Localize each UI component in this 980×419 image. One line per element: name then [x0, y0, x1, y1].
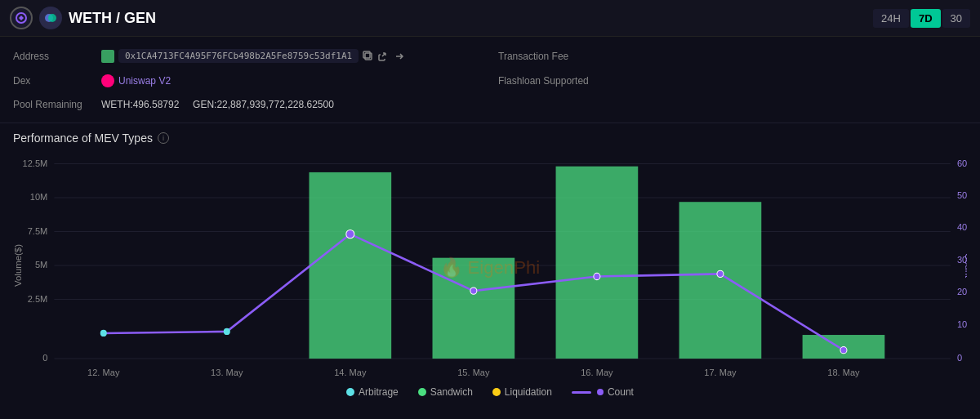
- uniswap-icon: [101, 74, 114, 87]
- svg-point-2: [48, 14, 56, 22]
- copy-icon[interactable]: [363, 51, 374, 62]
- svg-text:18. May: 18. May: [827, 368, 860, 377]
- header: WETH / GEN 24H 7D 30: [0, 0, 980, 37]
- tx-fee-row: Transaction Fee: [498, 45, 967, 67]
- pool-label: Pool Remaining: [13, 99, 95, 110]
- svg-text:10M: 10M: [30, 192, 48, 202]
- bar-17may: [679, 202, 762, 359]
- legend-label-sandwich: Sandwich: [430, 386, 473, 398]
- svg-text:7.5M: 7.5M: [28, 225, 48, 235]
- legend-dot-sandwich: [418, 388, 426, 396]
- svg-rect-3: [365, 53, 372, 60]
- dot-13may: [224, 328, 230, 335]
- flashloan-row: Flashloan Supported: [498, 70, 967, 91]
- svg-text:12. May: 12. May: [87, 368, 120, 377]
- svg-text:15. May: 15. May: [457, 368, 490, 377]
- dot-17may: [717, 270, 724, 277]
- dot-15may: [470, 288, 477, 294]
- watermark: 🔥 EigenPhi: [440, 256, 540, 279]
- legend-label-arbitrage: Arbitrage: [359, 386, 399, 398]
- svg-text:100: 100: [957, 319, 967, 329]
- svg-text:200: 200: [957, 287, 967, 296]
- legend-dot-count: [597, 389, 604, 395]
- chart-info-icon[interactable]: i: [158, 132, 169, 144]
- dex-row: Dex Uniswap V2: [13, 70, 482, 91]
- header-left: WETH / GEN: [10, 7, 156, 29]
- tx-fee-label: Transaction Fee: [498, 51, 568, 62]
- time-btn-7d[interactable]: 7D: [911, 9, 941, 28]
- address-value: 0x1CA4713FC4A95F76FCb498b2A5Fe8759c53df1…: [101, 49, 405, 63]
- dot-12may: [100, 330, 107, 337]
- pool-values: WETH:496.58792 GEN:22,887,939,772,228.62…: [101, 99, 334, 110]
- dex-value: Uniswap V2: [101, 74, 171, 87]
- svg-text:500: 500: [957, 190, 967, 200]
- dex-label: Dex: [13, 75, 95, 87]
- chart-container: 12.5M 10M 7.5M 5M 2.5M 0 Volume($) 600 5…: [13, 151, 967, 380]
- dot-16may: [594, 273, 600, 279]
- legend-label-count: Count: [608, 386, 634, 398]
- svg-text:Volume($): Volume($): [13, 244, 23, 287]
- address-icon: [101, 50, 114, 63]
- info-section: Address 0x1CA4713FC4A95F76FCb498b2A5Fe87…: [0, 37, 980, 123]
- dot-14may: [346, 230, 354, 238]
- legend-dot-liquidation: [492, 388, 501, 396]
- pair-title: WETH / GEN: [69, 10, 156, 27]
- chart-title: Performance of MEV Types i: [13, 131, 967, 145]
- bar-14may: [309, 172, 391, 359]
- svg-text:0: 0: [957, 353, 962, 363]
- pool-row: Pool Remaining WETH:496.58792 GEN:22,887…: [13, 95, 482, 114]
- svg-text:13. May: 13. May: [211, 368, 243, 377]
- svg-text:5M: 5M: [35, 260, 47, 270]
- legend-count: Count: [572, 386, 634, 398]
- time-buttons: 24H 7D 30: [873, 9, 970, 28]
- address-label: Address: [13, 51, 95, 62]
- time-btn-30[interactable]: 30: [942, 9, 970, 28]
- svg-rect-4: [363, 51, 370, 58]
- pool-gen: GEN:22,887,939,772,228.62500: [193, 99, 334, 110]
- svg-text:600: 600: [957, 158, 967, 168]
- time-btn-24h[interactable]: 24H: [873, 9, 909, 28]
- chart-section: Performance of MEV Types i 12.5M 10M 7.5…: [0, 123, 980, 401]
- legend-sandwich: Sandwich: [418, 386, 473, 398]
- legend-line-count: [572, 391, 591, 394]
- chart-legend: Arbitrage Sandwich Liquidation Count: [13, 380, 967, 401]
- svg-text:2.5M: 2.5M: [28, 293, 48, 303]
- svg-text:400: 400: [957, 222, 967, 232]
- svg-text:17. May: 17. May: [704, 368, 737, 377]
- legend-dot-arbitrage: [346, 388, 354, 396]
- dex-name: Uniswap V2: [118, 75, 171, 87]
- link-icon[interactable]: [378, 51, 390, 62]
- svg-text:12.5M: 12.5M: [23, 158, 48, 168]
- svg-text:0: 0: [42, 353, 47, 363]
- arrow-icon[interactable]: [394, 51, 405, 62]
- svg-text:16. May: 16. May: [581, 368, 613, 377]
- pair-icon: [39, 7, 62, 29]
- svg-text:14. May: 14. May: [334, 368, 367, 377]
- bar-16may: [556, 167, 639, 359]
- app-logo: [10, 7, 33, 29]
- flashloan-label: Flashloan Supported: [498, 75, 589, 87]
- legend-arbitrage: Arbitrage: [346, 386, 399, 398]
- legend-liquidation: Liquidation: [492, 386, 552, 398]
- pool-weth: WETH:496.58792: [101, 99, 179, 110]
- address-text: 0x1CA4713FC4A95F76FCb498b2A5Fe8759c53df1…: [118, 49, 359, 63]
- chart-svg: 12.5M 10M 7.5M 5M 2.5M 0 Volume($) 600 5…: [13, 151, 967, 380]
- address-row: Address 0x1CA4713FC4A95F76FCb498b2A5Fe87…: [13, 45, 482, 67]
- legend-label-liquidation: Liquidation: [505, 386, 552, 398]
- dot-18may: [840, 347, 847, 354]
- svg-text:Count: Count: [964, 253, 967, 279]
